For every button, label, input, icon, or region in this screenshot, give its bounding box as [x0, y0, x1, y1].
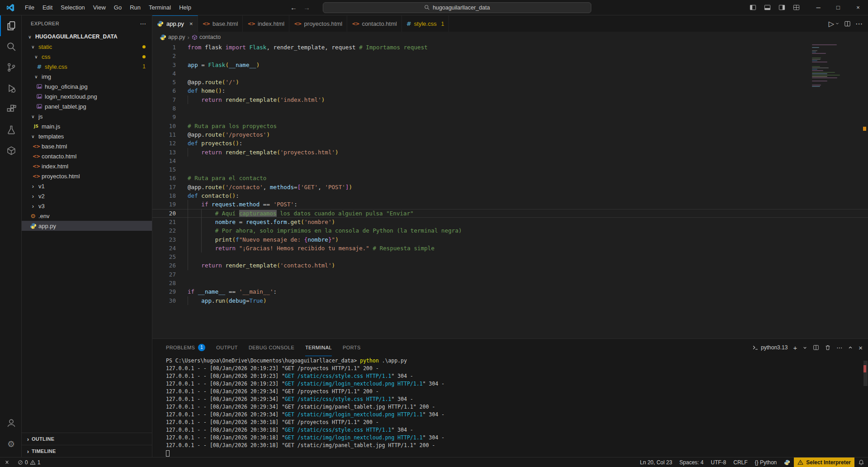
terminal-output[interactable]: PS C:\Users\hugoa\OneDrive\Documentos\hu…: [152, 356, 868, 457]
eol[interactable]: CRLF: [730, 457, 751, 467]
code-line[interactable]: 14: [152, 157, 868, 165]
activity-account[interactable]: [0, 413, 21, 434]
code-line[interactable]: 3app = Flask(__name__): [152, 61, 868, 69]
code-line[interactable]: 12def proyectos():: [152, 139, 868, 148]
code-line[interactable]: 19 if request.method == 'POST':: [152, 200, 868, 209]
close-panel-icon[interactable]: ×: [859, 344, 863, 352]
tree-item-static[interactable]: ∨static: [22, 42, 152, 52]
code-line[interactable]: 17@app.route('/contacto', methods=['GET'…: [152, 183, 868, 191]
problems-indicator[interactable]: 0 1: [14, 457, 44, 467]
section-timeline[interactable]: ›TIMELINE: [22, 445, 152, 457]
menu-terminal[interactable]: Terminal: [145, 0, 175, 15]
minimap[interactable]: [812, 44, 861, 88]
menu-view[interactable]: View: [89, 0, 110, 15]
code-line[interactable]: 24 return "¡Gracias! Hemos recibido tu m…: [152, 244, 868, 253]
close-button[interactable]: ×: [848, 0, 868, 15]
indentation[interactable]: Spaces: 4: [676, 457, 707, 467]
menu-run[interactable]: Run: [126, 0, 145, 15]
code-line[interactable]: 15: [152, 165, 868, 174]
activity-search[interactable]: [0, 36, 21, 57]
python-env[interactable]: [780, 457, 794, 467]
panel-more-actions-icon[interactable]: ⋯: [836, 344, 842, 351]
split-editor-icon[interactable]: [844, 20, 851, 27]
toggle-secondary-sidebar-icon[interactable]: [776, 2, 788, 13]
back-button[interactable]: ←: [290, 4, 297, 11]
activity-run-debug[interactable]: [0, 78, 21, 99]
encoding[interactable]: UTF-8: [707, 457, 730, 467]
terminal-dropdown-icon[interactable]: [802, 345, 807, 350]
code-line[interactable]: 20 # Aquí capturaamos los datos cuando a…: [152, 209, 868, 218]
tab-index-html[interactable]: <>index.html: [243, 15, 289, 32]
section-outline[interactable]: ›OUTLINE: [22, 433, 152, 445]
tree-item--env[interactable]: ⚙.env: [22, 211, 152, 221]
panel-tab-problems[interactable]: PROBLEMS1: [166, 339, 205, 356]
menu-file[interactable]: File: [21, 0, 38, 15]
tab-contacto-html[interactable]: <>contacto.html: [347, 15, 402, 32]
maximize-button[interactable]: □: [828, 0, 848, 15]
activity-settings[interactable]: ⚙: [0, 434, 21, 454]
cursor-position[interactable]: Ln 20, Col 23: [636, 457, 675, 467]
code-line[interactable]: 2: [152, 52, 868, 60]
code-line[interactable]: 28: [152, 279, 868, 287]
tree-item-base-html[interactable]: <>base.html: [22, 141, 152, 151]
breadcrumb-item-app-py[interactable]: app.py: [160, 34, 185, 41]
code-line[interactable]: 25: [152, 253, 868, 261]
code-line[interactable]: 27: [152, 270, 868, 279]
forward-button[interactable]: →: [303, 4, 310, 11]
language-mode[interactable]: {} Python: [751, 457, 781, 467]
tree-item-v3[interactable]: ›v3: [22, 201, 152, 211]
minimize-button[interactable]: ─: [808, 0, 828, 15]
tab-app-py[interactable]: app.py×: [152, 15, 198, 32]
tree-item-img[interactable]: ∨img: [22, 71, 152, 81]
customize-layout-icon[interactable]: [790, 2, 802, 13]
menu-go[interactable]: Go: [110, 0, 126, 15]
code-line[interactable]: 5@app.route('/'): [152, 78, 868, 86]
code-line[interactable]: 11@app.route('/proyectos'): [152, 130, 868, 139]
panel-tab-output[interactable]: OUTPUT: [216, 339, 238, 356]
code-line[interactable]: 13 return render_template('proyectos.htm…: [152, 148, 868, 157]
tree-item-main-js[interactable]: JSmain.js: [22, 121, 152, 131]
kill-terminal-icon[interactable]: [825, 344, 831, 351]
code-line[interactable]: 10# Ruta para los propyectos: [152, 122, 868, 130]
run-python-file-button[interactable]: ▷: [829, 19, 840, 28]
tab-close-icon[interactable]: ×: [189, 20, 193, 27]
terminal-profile[interactable]: python3.13: [752, 344, 788, 351]
code-line[interactable]: 23 print(f"Nuevo mensaje de: {nombre}"): [152, 235, 868, 244]
notifications[interactable]: [854, 457, 868, 467]
toggle-sidebar-icon[interactable]: [747, 2, 759, 13]
panel-tab-ports[interactable]: PORTS: [343, 339, 361, 356]
code-line[interactable]: 30 app.run(debug=True): [152, 296, 868, 305]
code-line[interactable]: 21 nombre = request.form.get('nombre'): [152, 218, 868, 226]
tree-item-login-nextcloud-png[interactable]: login_nextcloud.png: [22, 91, 152, 101]
activity-testing[interactable]: [0, 119, 21, 140]
code-line[interactable]: 26 return render_template('contacto.html…: [152, 261, 868, 270]
menu-edit[interactable]: Edit: [38, 0, 57, 15]
terminal-scrollbar[interactable]: [863, 361, 868, 386]
code-line[interactable]: 7 return render_template('index.html'): [152, 95, 868, 104]
tree-item-v1[interactable]: ›v1: [22, 181, 152, 191]
editor-more-actions-icon[interactable]: ⋯: [855, 19, 863, 28]
tab-proyectos-html[interactable]: <>proyectos.html: [289, 15, 347, 32]
tree-root[interactable]: ∨HUGOAGUILARLLACER_DATA: [22, 32, 152, 42]
code-line[interactable]: 1from flask import Flask, render_templat…: [152, 43, 868, 52]
code-line[interactable]: 9: [152, 113, 868, 121]
panel-tab-terminal[interactable]: TERMINAL: [305, 339, 332, 356]
code-line[interactable]: 22 # Por ahora, solo imprimimos en la co…: [152, 226, 868, 235]
menu-selection[interactable]: Selection: [57, 0, 89, 15]
activity-containers[interactable]: [0, 140, 21, 161]
menu-help[interactable]: Help: [175, 0, 195, 15]
tree-item-index-html[interactable]: <>index.html: [22, 161, 152, 171]
tab-base-html[interactable]: <>base.html: [198, 15, 243, 32]
explorer-more-actions-icon[interactable]: ⋯: [140, 20, 146, 27]
tree-item-templates[interactable]: ∨templates: [22, 131, 152, 141]
code-line[interactable]: 8: [152, 104, 868, 113]
code-line[interactable]: 29if __name__ == '__main__':: [152, 287, 868, 296]
split-terminal-icon[interactable]: [813, 344, 819, 351]
tree-item-panel-tablet-jpg[interactable]: panel_tablet.jpg: [22, 101, 152, 111]
code-line[interactable]: 6def home():: [152, 86, 868, 95]
code-line[interactable]: 18def contacto():: [152, 191, 868, 200]
tree-item-app-py[interactable]: app.py: [22, 221, 152, 231]
command-center-search[interactable]: hugoaguilarllacer_data: [323, 2, 591, 13]
activity-source-control[interactable]: [0, 57, 21, 78]
tree-item-css[interactable]: ∨css: [22, 52, 152, 62]
